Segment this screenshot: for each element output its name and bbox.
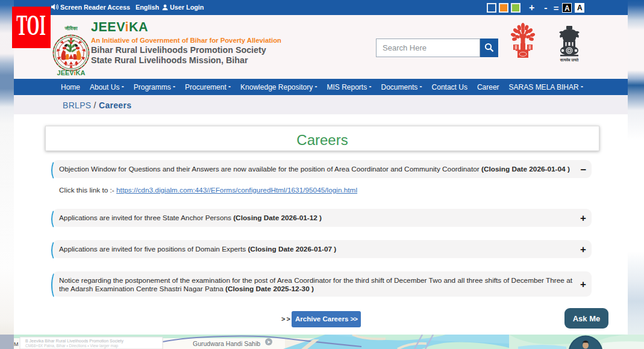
svg-text:B Jeevika Bihar Rural Liveliho: B Jeevika Bihar Rural Livelihoods Promot… [25,339,124,344]
svg-text:JEEViKA: JEEViKA [57,69,86,76]
svg-text:Gurudwara Handi Sahib: Gurudwara Handi Sahib [193,340,260,347]
svg-text:सत्यमेव जयते: सत्यमेव जयते [560,57,579,62]
svg-text:जीविका: जीविका [64,26,78,31]
svg-text:➤: ➤ [267,339,271,345]
svg-text:M: M [14,341,19,347]
svg-text:CM68+6X Patna, Bihar • Directi: CM68+6X Patna, Bihar • Directions • View… [25,344,119,348]
